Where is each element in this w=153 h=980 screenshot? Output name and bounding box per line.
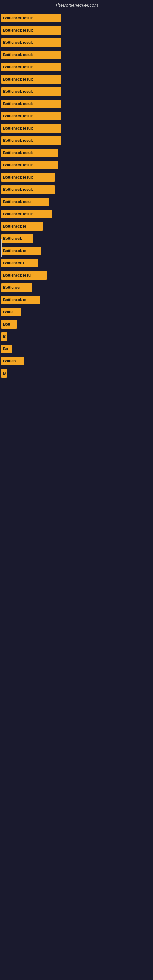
bar-label: Bottleneck result: [3, 16, 33, 20]
bar-label: Bottleneck result: [3, 28, 33, 32]
bar-row: Bottleneck re: [0, 294, 153, 306]
result-bar: Bottlenec: [1, 283, 32, 292]
bar-label: Bottleneck result: [3, 89, 33, 94]
bar-label: Bottleneck r: [3, 261, 24, 265]
bar-label: Bottleneck result: [3, 77, 33, 81]
bar-row: Bottlenec: [0, 282, 153, 294]
result-bar: Bottleneck result: [1, 185, 55, 194]
bar-row: Bottleneck result: [0, 24, 153, 37]
bar-label: Bottleneck result: [3, 102, 33, 106]
bar-label: Bottleneck result: [3, 40, 33, 45]
bar-label: Bottleneck resu: [3, 273, 30, 277]
result-bar: Bottleneck re: [1, 296, 40, 304]
bar-label: Bottleneck result: [3, 114, 33, 118]
result-bar: Bottleneck result: [1, 124, 61, 133]
bar-label: Bottleneck: [3, 236, 22, 241]
bars-container: Bottleneck resultBottleneck resultBottle…: [0, 9, 153, 379]
result-bar: Bottleneck result: [1, 112, 61, 120]
result-bar: Bottle: [1, 308, 21, 317]
bar-row: Bottleneck result: [0, 61, 153, 73]
bar-row: Bottleneck result: [0, 208, 153, 220]
result-bar: Bo: [1, 345, 12, 353]
bar-label: Bottleneck result: [3, 65, 33, 69]
result-bar: Bottleneck resu: [1, 271, 46, 280]
result-bar: Bottleneck result: [1, 161, 58, 169]
bar-row: Bottleneck result: [0, 147, 153, 159]
bar-label: Bo: [3, 347, 8, 351]
result-bar: Bottleneck re: [1, 247, 41, 255]
bar-row: Bottleneck result: [0, 98, 153, 110]
bar-label: Bottleneck result: [3, 138, 33, 143]
result-bar: Bottleneck result: [1, 148, 58, 157]
bar-row: Bottleneck re: [0, 220, 153, 232]
bar-label: Bottleneck result: [3, 52, 33, 57]
bar-row: Bottleneck result: [0, 86, 153, 98]
bar-row: Bottlen: [0, 355, 153, 367]
bar-row: Bottleneck r: [0, 257, 153, 269]
result-bar: Bott: [1, 320, 16, 329]
bar-row: Bottleneck result: [0, 122, 153, 134]
bar-label: B: [3, 371, 6, 375]
result-bar: B: [1, 332, 7, 341]
result-bar: Bottleneck re: [1, 222, 43, 231]
result-bar: Bottleneck result: [1, 87, 61, 96]
bar-row: Bottleneck result: [0, 110, 153, 122]
result-bar: Bottleneck result: [1, 14, 61, 22]
bar-row: B: [0, 367, 153, 379]
bar-label: Bottleneck re: [3, 249, 26, 253]
bar-label: Bottleneck result: [3, 126, 33, 130]
bar-row: Bo: [0, 343, 153, 355]
result-bar: Bottleneck r: [1, 259, 38, 267]
bar-label: B: [3, 334, 6, 339]
result-bar: Bottleneck: [1, 234, 33, 243]
bar-label: Bottlen: [3, 359, 16, 363]
result-bar: Bottleneck result: [1, 100, 61, 108]
bar-label: Bottleneck result: [3, 151, 33, 155]
bar-row: Bottleneck: [0, 232, 153, 245]
result-bar: B: [1, 369, 7, 378]
bar-row: Bottleneck result: [0, 159, 153, 171]
bar-row: Bottleneck resu: [0, 269, 153, 282]
bar-row: Bottleneck result: [0, 37, 153, 49]
result-bar: Bottleneck result: [1, 26, 61, 35]
bar-label: Bottleneck result: [3, 175, 33, 180]
bar-row: Bottle: [0, 306, 153, 318]
bar-label: Bottle: [3, 310, 13, 314]
bar-row: Bottleneck result: [0, 49, 153, 61]
result-bar: Bottleneck result: [1, 136, 61, 145]
bar-label: Bottlenec: [3, 285, 20, 290]
bar-row: B: [0, 331, 153, 343]
result-bar: Bottleneck resu: [1, 197, 49, 206]
bar-row: Bottleneck resu: [0, 196, 153, 208]
bar-label: Bottleneck result: [3, 163, 33, 167]
bar-row: Bottleneck result: [0, 134, 153, 147]
bar-label: Bottleneck resu: [3, 200, 30, 204]
bar-row: Bottleneck result: [0, 183, 153, 196]
result-bar: Bottleneck result: [1, 63, 61, 72]
bar-label: Bottleneck re: [3, 224, 26, 229]
bar-label: Bottleneck re: [3, 298, 26, 302]
result-bar: Bottleneck result: [1, 51, 61, 59]
result-bar: Bottleneck result: [1, 210, 52, 218]
bar-row: Bottleneck result: [0, 171, 153, 183]
bar-label: Bottleneck result: [3, 188, 33, 192]
bar-row: Bottleneck re: [0, 245, 153, 257]
bar-label: Bottleneck result: [3, 212, 33, 216]
vertical-line: [1, 239, 2, 257]
result-bar: Bottleneck result: [1, 173, 55, 181]
result-bar: Bottlen: [1, 357, 24, 365]
bar-row: Bottleneck result: [0, 12, 153, 24]
bar-row: Bottleneck result: [0, 73, 153, 86]
bar-label: Bott: [3, 322, 10, 326]
site-header: TheBottlenecker.com: [0, 0, 153, 9]
result-bar: Bottleneck result: [1, 75, 61, 84]
bar-row: Bott: [0, 318, 153, 331]
result-bar: Bottleneck result: [1, 38, 61, 47]
